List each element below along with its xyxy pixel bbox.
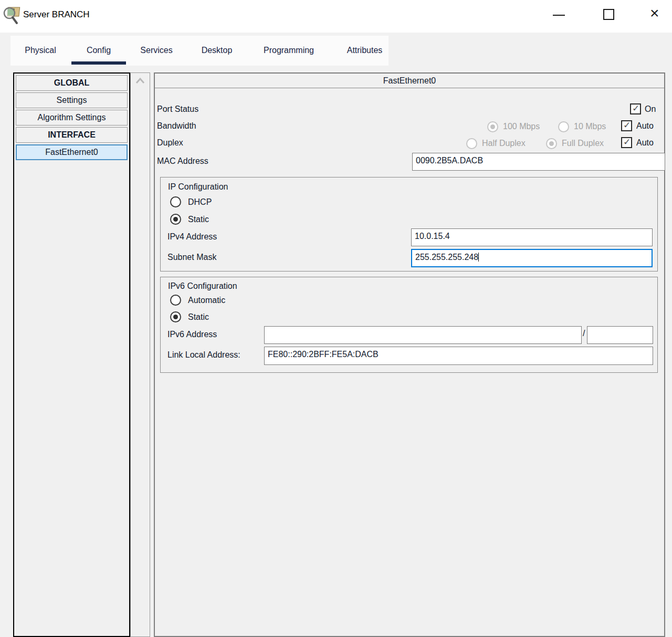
window-title: Server BRANCH	[23, 9, 90, 20]
bandwidth-100mbps-label: 100 Mbps	[503, 122, 540, 131]
ipv4-address-label: IPv4 Address	[167, 232, 217, 242]
bandwidth-label: Bandwidth	[157, 121, 196, 131]
tab-bar: Physical Config Services Desktop Program…	[10, 36, 388, 66]
link-local-address-label: Link Local Address:	[167, 350, 240, 360]
check-icon: ✓	[623, 137, 631, 148]
tab-programming[interactable]: Programming	[247, 36, 330, 66]
bandwidth-10mbps-label: 10 Mbps	[574, 122, 606, 131]
duplex-full-radio[interactable]	[546, 138, 557, 149]
ipv6-address-label: IPv6 Address	[167, 330, 217, 339]
port-status-label: Port Status	[157, 105, 198, 114]
sidebar-scrollbar[interactable]	[130, 72, 150, 637]
duplex-full-label: Full Duplex	[562, 139, 604, 148]
bandwidth-10mbps-radio[interactable]	[558, 121, 569, 132]
port-status-on-checkbox[interactable]: ✓	[630, 103, 641, 114]
ipv6-automatic-radio[interactable]	[170, 295, 181, 306]
bandwidth-100mbps-radio[interactable]	[487, 121, 498, 132]
ipv6-address-input[interactable]	[264, 326, 582, 344]
ip-dhcp-radio[interactable]	[170, 196, 181, 207]
close-button[interactable]: ×	[646, 0, 670, 26]
ipv6-prefix-separator: /	[583, 329, 585, 338]
mac-address-label: MAC Address	[157, 156, 208, 166]
bandwidth-auto-checkbox[interactable]: ✓	[621, 120, 632, 131]
minimize-icon	[553, 15, 565, 16]
text-caret	[478, 253, 479, 262]
maximize-button[interactable]	[597, 0, 622, 26]
tab-physical[interactable]: Physical	[14, 36, 67, 66]
panel-title: FastEthernet0	[155, 74, 664, 88]
subnet-mask-input[interactable]: 255.255.255.248	[411, 249, 653, 267]
scroll-up-icon[interactable]	[135, 77, 145, 85]
ip-static-label: Static	[188, 215, 209, 224]
mac-address-input[interactable]: 0090.2B5A.DACB	[412, 153, 665, 171]
tab-services[interactable]: Services	[124, 36, 188, 66]
check-icon: ✓	[632, 103, 639, 114]
sidebar-item-fastethernet0[interactable]: FastEthernet0	[16, 144, 128, 160]
sidebar-item-settings[interactable]: Settings	[16, 92, 128, 108]
ipv4-address-input[interactable]: 10.0.15.4	[411, 228, 653, 246]
ip-dhcp-label: DHCP	[188, 197, 212, 207]
check-icon: ✓	[623, 120, 631, 131]
link-local-address-input[interactable]: FE80::290:2BFF:FE5A:DACB	[264, 347, 653, 365]
config-sidebar: GLOBAL Settings Algorithm Settings INTER…	[13, 72, 130, 637]
ipv6-static-label: Static	[188, 312, 209, 322]
tab-attributes[interactable]: Attributes	[332, 36, 397, 66]
ipv6-configuration-title: IPv6 Configuration	[168, 281, 237, 291]
sidebar-item-algorithm-settings[interactable]: Algorithm Settings	[16, 110, 128, 126]
ipv6-automatic-label: Automatic	[188, 296, 225, 305]
sidebar-item-interface[interactable]: INTERFACE	[16, 127, 128, 143]
duplex-half-radio[interactable]	[466, 138, 477, 149]
duplex-auto-checkbox[interactable]: ✓	[621, 137, 632, 148]
subnet-mask-label: Subnet Mask	[167, 253, 216, 262]
ip-static-radio[interactable]	[170, 214, 181, 225]
device-inspect-icon	[3, 6, 22, 26]
duplex-half-label: Half Duplex	[482, 139, 526, 148]
duplex-label: Duplex	[157, 138, 183, 148]
ipv6-configuration-group: IPv6 Configuration Automatic Static IPv6…	[160, 277, 658, 373]
ip-configuration-group: IP Configuration DHCP Static IPv4 Addres…	[160, 177, 658, 271]
active-tab-underline	[71, 61, 126, 65]
minimize-button[interactable]	[547, 0, 571, 26]
maximize-icon	[603, 9, 614, 20]
interface-config-panel: FastEthernet0 Port Status ✓ On Bandwidth…	[154, 72, 665, 637]
title-bar: Server BRANCH ×	[0, 0, 672, 33]
tab-desktop[interactable]: Desktop	[187, 36, 247, 66]
port-status-on-label: On	[645, 105, 656, 114]
ipv6-prefix-input[interactable]	[587, 326, 653, 344]
close-icon: ×	[650, 4, 659, 22]
duplex-auto-label: Auto	[636, 138, 654, 148]
sidebar-item-global[interactable]: GLOBAL	[16, 75, 128, 91]
ipv6-static-radio[interactable]	[170, 311, 181, 322]
tab-config[interactable]: Config	[71, 36, 126, 66]
bandwidth-auto-label: Auto	[636, 121, 654, 131]
ip-configuration-title: IP Configuration	[168, 182, 228, 192]
